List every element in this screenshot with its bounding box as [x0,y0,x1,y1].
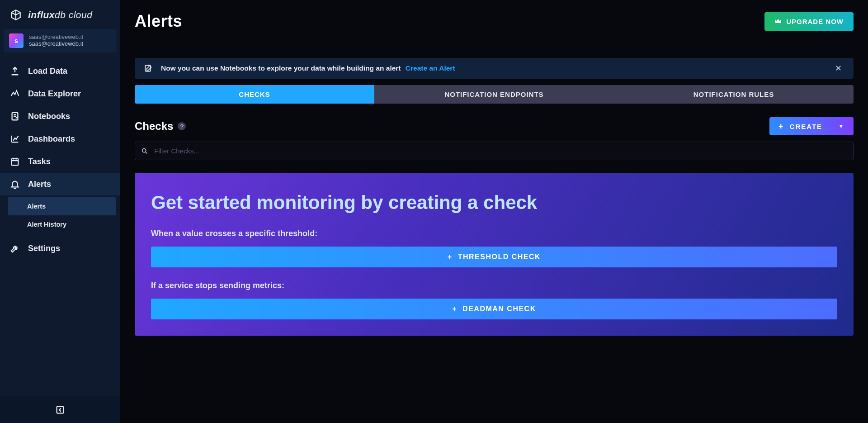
nav-tasks[interactable]: Tasks [0,150,120,173]
svg-rect-1 [12,159,19,166]
upgrade-label: UPGRADE NOW [786,18,844,25]
nav-label: Load Data [28,67,67,76]
upgrade-button[interactable]: UPGRADE NOW [764,12,854,31]
nav-alerts[interactable]: Alerts [0,173,120,195]
nav-label: Settings [28,244,60,253]
explore-icon [10,89,20,99]
upload-icon [10,66,20,76]
nav-notebooks[interactable]: Notebooks [0,105,120,128]
page-title: Alerts [135,12,182,31]
deadman-check-label: DEADMAN CHECK [462,305,536,313]
nav-label: Data Explorer [28,89,81,99]
create-button[interactable]: + CREATE ▼ [769,117,854,135]
plus-icon: + [448,253,453,261]
account-lines: saas@creativeweb.it saas@creativeweb.it [29,34,83,48]
bell-icon [10,179,20,189]
section-header: Checks ? + CREATE ▼ [135,117,854,135]
filter-checks-input[interactable] [135,142,854,160]
brand[interactable]: influxdb cloud [0,0,120,29]
subnav-item-alerts[interactable]: Alerts [8,197,116,215]
svg-point-4 [142,148,146,152]
chart-icon [10,134,20,144]
crown-icon [774,18,782,25]
plus-icon: + [778,122,784,130]
account-switcher[interactable]: s saas@creativeweb.it saas@creativeweb.i… [4,29,117,52]
create-label: CREATE [790,123,823,130]
threshold-check-label: THRESHOLD CHECK [458,253,541,261]
avatar: s [9,33,24,48]
page-header: Alerts UPGRADE NOW [135,12,854,31]
subnav-item-alert-history[interactable]: Alert History [8,215,116,233]
nav-dashboards[interactable]: Dashboards [0,128,120,150]
nav: Load Data Data Explorer Notebooks Dashbo… [0,57,120,262]
brand-text: influxdb cloud [28,10,92,20]
help-icon[interactable]: ? [178,122,186,130]
nav-label: Notebooks [28,112,70,121]
logo-icon [10,9,22,21]
tab-checks[interactable]: CHECKS [135,85,374,104]
gs-title: Get started monitoring by creating a che… [151,192,837,214]
note-edit-icon [144,64,153,73]
subnav-alerts: Alerts Alert History [8,197,116,233]
info-banner: Now you can use Notebooks to explore you… [135,58,854,79]
section-title: Checks [135,120,173,133]
svg-rect-2 [57,406,64,413]
deadman-check-button[interactable]: + DEADMAN CHECK [151,299,837,319]
main: Alerts UPGRADE NOW Now you can use Noteb… [120,0,868,423]
gs-deadman-sub: If a service stops sending metrics: [151,281,837,290]
getting-started-panel: Get started monitoring by creating a che… [135,173,854,336]
tab-notification-endpoints[interactable]: NOTIFICATION ENDPOINTS [374,85,614,104]
notebook-icon [10,111,20,121]
collapse-sidebar-button[interactable] [55,405,65,415]
section-title-row: Checks ? [135,120,186,133]
sidebar-footer [0,396,120,423]
calendar-icon [10,157,20,166]
gs-threshold-sub: When a value crosses a specific threshol… [151,229,837,238]
wrench-icon [10,243,20,253]
nav-load-data[interactable]: Load Data [0,60,120,82]
sidebar: influxdb cloud s saas@creativeweb.it saa… [0,0,120,423]
banner-link[interactable]: Create an Alert [406,64,455,72]
account-org: saas@creativeweb.it [29,34,83,41]
nav-label: Dashboards [28,134,75,144]
tabs: CHECKS NOTIFICATION ENDPOINTS NOTIFICATI… [135,85,854,104]
chevron-down-icon: ▼ [839,124,844,129]
nav-label: Alerts [28,180,51,189]
filter-row [135,142,854,160]
threshold-check-button[interactable]: + THRESHOLD CHECK [151,247,837,267]
nav-label: Tasks [28,157,51,166]
plus-icon: + [452,305,457,313]
search-icon [141,147,148,155]
close-icon[interactable]: ✕ [832,63,844,73]
tab-notification-rules[interactable]: NOTIFICATION RULES [614,85,854,104]
banner-text: Now you can use Notebooks to explore you… [161,64,455,72]
nav-data-explorer[interactable]: Data Explorer [0,82,120,105]
account-user: saas@creativeweb.it [29,41,83,48]
nav-settings[interactable]: Settings [0,237,120,260]
